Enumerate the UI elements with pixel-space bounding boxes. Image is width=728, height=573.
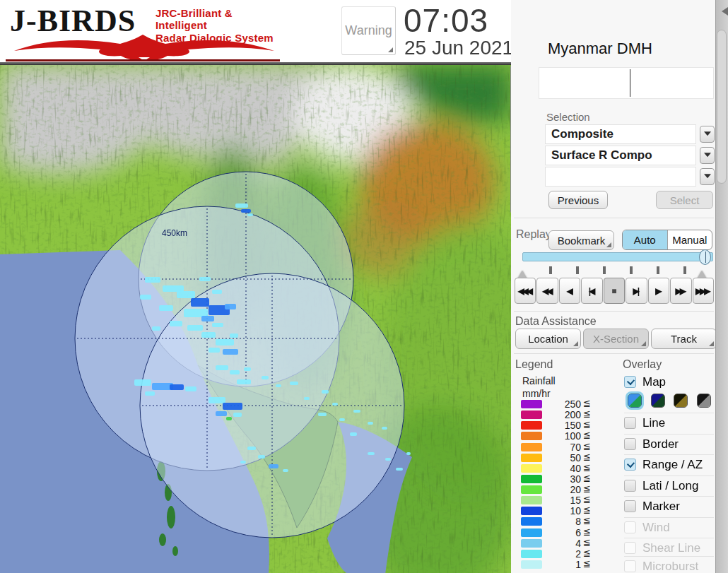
legend-color-swatch (521, 475, 542, 483)
legend-leq-symbol: ≦ (583, 526, 591, 537)
checkbox-overlay-marker[interactable] (624, 500, 636, 512)
legend-color-swatch (521, 410, 542, 419)
checkbox-overlay-border[interactable] (624, 438, 636, 450)
selection-dropdown-row (545, 167, 715, 187)
style-black-olive[interactable] (674, 394, 688, 408)
legend-color-swatch (521, 550, 542, 558)
echo-cell (145, 391, 155, 396)
echo-cell (237, 379, 251, 384)
step-backward-button[interactable]: |◀ (581, 278, 602, 304)
replay-slider-track[interactable] (522, 252, 713, 261)
slider-tick (576, 266, 579, 274)
dropdown-arrow-button[interactable] (700, 126, 715, 143)
echo-cell (212, 290, 222, 294)
rewind-button[interactable]: ◀◀ (536, 278, 558, 304)
legend-row: 200≦ (521, 410, 613, 420)
echo-cell (233, 413, 242, 417)
legend-color-swatch (521, 464, 542, 473)
checkbox-overlay-map[interactable] (624, 376, 636, 388)
range-ring (140, 273, 404, 538)
button-label: Location (528, 333, 568, 345)
collapse-panel-arrow-icon[interactable] (717, 7, 728, 16)
overlay-border: Border (624, 437, 714, 453)
location-button[interactable]: Location (515, 329, 581, 349)
menu-corner-icon (388, 47, 393, 52)
legend-color-swatch (521, 528, 542, 537)
echo-cell (322, 390, 329, 394)
legend-row: 2≦ (521, 550, 613, 560)
data-assistance-label: Data Assistance (515, 315, 597, 328)
legend-leq-symbol: ≦ (583, 441, 591, 451)
echo-cell (247, 213, 253, 216)
logo-underline (6, 59, 280, 61)
fast-rewind-button[interactable]: ◀◀◀ (515, 278, 536, 304)
header-divider (0, 62, 537, 64)
legend-leq-symbol: ≦ (583, 473, 591, 483)
play-backward-button[interactable]: ◀ (559, 278, 580, 304)
previous-button[interactable]: Previous (548, 191, 608, 209)
legend-color-swatch (521, 539, 542, 548)
legend-leq-symbol: ≦ (583, 558, 591, 569)
overlay-option-label: Wind (642, 521, 670, 535)
step-forward-button[interactable]: ▶| (626, 278, 647, 304)
slider-tick (630, 266, 633, 274)
overlay-divider (624, 556, 714, 557)
divider (514, 353, 714, 354)
legend-row: 6≦ (521, 528, 613, 538)
overlay-divider (624, 475, 714, 476)
style-black-gray[interactable] (697, 394, 711, 408)
legend-value: 200 (544, 409, 581, 420)
selection-display-box (539, 67, 714, 99)
legend-leq-symbol: ≦ (583, 483, 591, 494)
select-button[interactable]: Select (656, 191, 713, 209)
echo-cell (170, 384, 184, 390)
auto-mode-button[interactable]: Auto (623, 230, 667, 249)
legend-value: 70 (544, 442, 581, 453)
checkbox-overlay-line[interactable] (624, 417, 636, 429)
edge-scroll-tab[interactable] (717, 30, 727, 184)
echo-cell (353, 410, 360, 413)
overlay-range-az: Range / AZ (624, 458, 714, 473)
stop-button[interactable]: ■ (604, 278, 625, 304)
style-navy-green[interactable] (651, 394, 665, 408)
overlay-option-label: Marker (642, 500, 680, 514)
manual-mode-button[interactable]: Manual (667, 230, 712, 249)
legend-color-swatch (521, 443, 542, 451)
play-button[interactable]: ▶ (648, 278, 669, 304)
legend-units: Rainfall mm/hr (522, 374, 556, 400)
control-panel: Myanmar DMH Selection CompositeSurface R… (511, 0, 715, 573)
overlay-divider (624, 413, 714, 413)
echo-cell (258, 455, 265, 459)
legend-row: 10≦ (521, 507, 613, 516)
checkbox-overlay-range-az[interactable] (624, 459, 636, 471)
button-label: Track (671, 333, 697, 345)
echo-cell (216, 411, 227, 416)
warning-button[interactable]: Warning (341, 6, 396, 55)
bookmark-button[interactable]: Bookmark (548, 230, 614, 250)
echo-cell (350, 432, 357, 436)
echo-cell (283, 469, 288, 472)
legend-color-swatch (521, 560, 542, 569)
dropdown-arrow-button[interactable] (700, 168, 715, 185)
overlay-divider (624, 434, 714, 435)
track-button[interactable]: Track (651, 329, 717, 349)
echo-cell (269, 464, 278, 468)
fastest-forward-button[interactable]: ▶▶▶ (693, 278, 714, 304)
display-cursor-line (630, 69, 630, 97)
map-canvas[interactable]: 450km (0, 64, 511, 573)
legend-value: 8 (544, 516, 581, 527)
echo-cell (159, 305, 173, 311)
legend-leq-symbol: ≦ (583, 494, 591, 504)
echo-cell (247, 447, 256, 450)
x-section-button[interactable]: X-Section (583, 329, 649, 349)
dropdown-arrow-button[interactable] (700, 147, 715, 164)
checkbox-overlay-lati-long[interactable] (624, 480, 636, 492)
checkbox-overlay-microburst (624, 560, 636, 572)
legend-leq-symbol: ≦ (583, 398, 591, 408)
divider (514, 218, 714, 218)
style-blue-green[interactable] (628, 394, 642, 408)
echo-cell (223, 403, 242, 410)
replay-slider-thumb[interactable] (699, 249, 711, 265)
fast-forward-button[interactable]: ▶▶ (670, 278, 691, 304)
legend-leq-symbol: ≦ (583, 419, 591, 430)
